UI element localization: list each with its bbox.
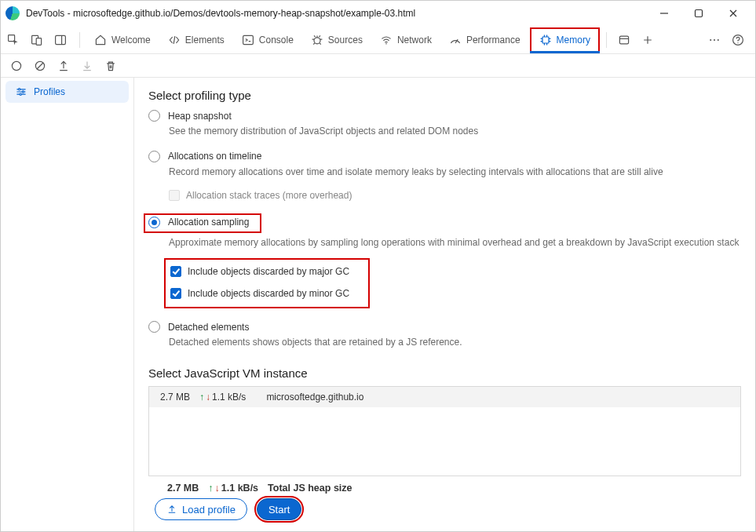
checkbox-minor-gc[interactable]: Include objects discarded by minor GC: [170, 288, 349, 299]
clear-icon[interactable]: [34, 60, 46, 72]
sidebar-item-profiles[interactable]: Profiles: [5, 81, 129, 103]
heap-rate: 1.1 kB/s: [221, 483, 258, 494]
checkbox-label: Include objects discarded by major GC: [188, 266, 349, 277]
code-icon: [168, 34, 181, 46]
button-label: Load profile: [182, 504, 236, 516]
svg-point-6: [314, 37, 320, 43]
memory-toolbar: [1, 54, 755, 78]
record-icon[interactable]: [10, 60, 23, 72]
svg-point-11: [714, 38, 715, 40]
memory-content: Select profiling type Heap snapshot See …: [134, 78, 755, 531]
vm-instance-list[interactable]: 2.7 MB ↑ ↓ 1.1 kB/s microsoftedge.github…: [148, 386, 741, 476]
vm-instance-heading: Select JavaScript VM instance: [148, 366, 741, 380]
tab-console[interactable]: Console: [234, 27, 301, 53]
tab-label: Elements: [185, 35, 225, 46]
detached-desc: Detached elements shows objects that are…: [169, 336, 741, 349]
tab-performance[interactable]: Performance: [441, 27, 528, 53]
svg-rect-0: [696, 10, 703, 17]
checkbox-label: Include objects discarded by minor GC: [188, 288, 349, 299]
svg-point-12: [718, 38, 719, 40]
svg-point-15: [12, 61, 20, 70]
tab-memory[interactable]: Memory: [530, 27, 600, 53]
bug-icon: [311, 34, 323, 46]
device-toggle-icon[interactable]: [31, 34, 43, 46]
drawer-icon[interactable]: [618, 34, 630, 46]
heap-desc: See the memory distribution of JavaScrip…: [169, 125, 741, 138]
radio-allocation-sampling[interactable]: Allocation sampling: [148, 217, 249, 228]
timeline-desc: Record memory allocations over time and …: [169, 166, 741, 179]
svg-point-17: [18, 89, 20, 90]
svg-point-18: [22, 91, 24, 93]
profiles-sidebar: Profiles: [1, 78, 134, 531]
window-close-button[interactable]: [716, 2, 751, 24]
more-icon[interactable]: [703, 29, 725, 51]
sidebar-item-label: Profiles: [34, 86, 65, 97]
edge-icon: [5, 6, 20, 20]
svg-point-19: [20, 93, 21, 95]
svg-rect-3: [36, 38, 41, 45]
arrow-down-icon: ↓: [215, 483, 220, 494]
tab-label: Network: [397, 35, 432, 46]
plus-icon[interactable]: [641, 34, 654, 46]
radio-heap-snapshot[interactable]: Heap snapshot: [148, 110, 741, 122]
home-icon: [94, 34, 107, 46]
heap-stats: 2.7 MB ↑ ↓ 1.1 kB/s Total JS heap size: [148, 476, 741, 497]
button-label: Start: [268, 504, 290, 516]
arrow-up-icon: ↑: [199, 392, 204, 403]
window-title: DevTools - microsoftedge.github.io/Demos…: [26, 8, 647, 19]
tab-label: Console: [259, 35, 294, 46]
sliders-icon: [15, 86, 27, 98]
dock-icon[interactable]: [54, 34, 67, 46]
load-profile-button[interactable]: Load profile: [155, 498, 247, 520]
svg-point-14: [737, 42, 738, 42]
wifi-icon: [380, 34, 393, 46]
vm-rate: 1.1 kB/s: [212, 392, 246, 403]
radio-label: Allocation sampling: [168, 217, 249, 228]
radio-label: Allocations on timeline: [168, 151, 261, 162]
svg-point-10: [710, 38, 711, 40]
arrow-down-icon: ↓: [206, 392, 210, 403]
window-maximize-button[interactable]: [681, 2, 716, 24]
tab-label: Sources: [328, 35, 363, 46]
radio-label: Detached elements: [168, 322, 249, 333]
tab-sources[interactable]: Sources: [303, 27, 371, 53]
tab-elements[interactable]: Elements: [160, 27, 232, 53]
radio-label: Heap snapshot: [168, 111, 232, 122]
checkbox-stack-traces[interactable]: Allocation stack traces (more overhead): [169, 190, 741, 201]
heap-total-size: 2.7 MB: [167, 483, 199, 494]
upload-icon: [166, 504, 177, 515]
start-button[interactable]: Start: [257, 498, 301, 520]
vm-instance-row[interactable]: 2.7 MB ↑ ↓ 1.1 kB/s microsoftedge.github…: [149, 387, 740, 407]
tab-network[interactable]: Network: [372, 27, 440, 53]
radio-detached-elements[interactable]: Detached elements: [148, 321, 741, 333]
tab-welcome[interactable]: Welcome: [86, 27, 159, 53]
window-titlebar: DevTools - microsoftedge.github.io/Demos…: [1, 1, 755, 26]
chip-icon: [539, 34, 552, 46]
devtools-tabstrip: Welcome Elements Console Sources Network…: [1, 26, 755, 54]
profiling-type-heading: Select profiling type: [148, 89, 741, 102]
checkbox-major-gc[interactable]: Include objects discarded by major GC: [170, 266, 349, 277]
radio-allocations-timeline[interactable]: Allocations on timeline: [148, 151, 741, 162]
vm-size: 2.7 MB: [160, 392, 190, 403]
gauge-icon: [449, 34, 462, 46]
svg-rect-8: [542, 37, 549, 43]
tab-label: Performance: [466, 35, 520, 46]
svg-rect-4: [56, 35, 66, 44]
sampling-desc: Approximate memory allocations by sampli…: [169, 236, 741, 250]
arrow-up-icon: ↑: [208, 483, 213, 494]
tab-label: Memory: [557, 35, 590, 46]
help-icon[interactable]: [727, 29, 749, 51]
console-icon: [242, 34, 254, 46]
svg-point-7: [385, 43, 387, 45]
svg-rect-9: [619, 36, 628, 44]
import-icon[interactable]: [81, 60, 93, 72]
trash-icon[interactable]: [104, 60, 117, 72]
vm-host: microsoftedge.github.io: [266, 392, 363, 403]
inspect-icon[interactable]: [7, 34, 20, 46]
checkbox-label: Allocation stack traces (more overhead): [186, 190, 352, 201]
export-icon[interactable]: [57, 60, 70, 72]
heap-label: Total JS heap size: [268, 483, 352, 494]
window-minimize-button[interactable]: [647, 2, 681, 24]
tab-label: Welcome: [111, 35, 151, 46]
